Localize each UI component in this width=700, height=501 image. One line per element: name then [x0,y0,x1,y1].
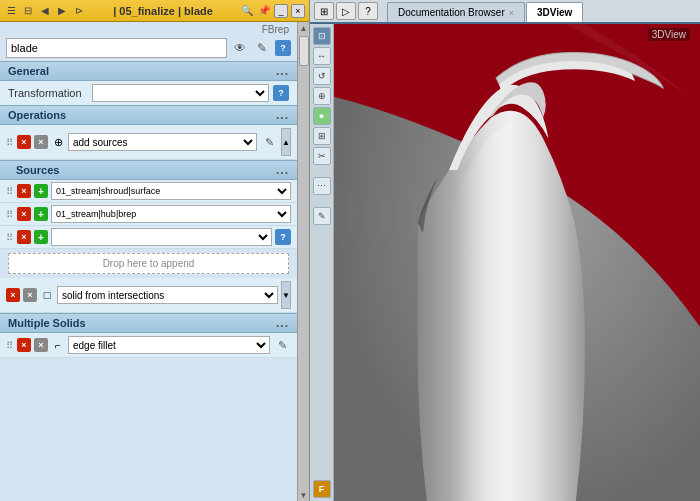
main-area: ⊞ ▷ ? Documentation Browser × 3DView ⊡ ↔… [310,0,700,501]
remove-source1-button[interactable]: × [17,184,31,198]
view3d-tab-label: 3DView [537,7,572,18]
drag-handle-s1[interactable]: ⠿ [6,186,14,197]
view-select-button[interactable]: ⊡ [313,27,331,45]
drop-zone-text: Drop here to append [103,258,195,269]
general-label: General [8,65,49,77]
view-snap-button[interactable]: ⊞ [313,127,331,145]
toggle-bottom-op-button[interactable]: × [34,338,48,352]
add-source1-button[interactable]: + [34,184,48,198]
close-button[interactable]: × [291,4,305,18]
help-icon[interactable]: ? [275,40,291,56]
drag-handle-1[interactable]: ⠿ [6,137,14,148]
name-input[interactable] [6,38,227,58]
view-extra2-button[interactable]: ✎ [313,207,331,225]
multiple-solids-label: Multiple Solids [8,317,86,329]
window-title: | 05_finalize | blade [89,5,237,17]
op2-scroll[interactable]: ▼ [281,281,291,309]
tab-toolbar: ⊞ ▷ ? [314,2,378,22]
left-panel: ☰ ⊟ ◀ ▶ ⊳ | 05_finalize | blade 🔍 📌 _ × … [0,0,310,501]
doc-browser-tab-close[interactable]: × [509,8,514,18]
edit-op1-button[interactable]: ✎ [260,133,278,151]
transformation-help-icon[interactable]: ? [273,85,289,101]
pencil-icon[interactable]: ✎ [253,39,271,57]
forward-icon[interactable]: ▶ [55,4,69,18]
bottom-op-row: ⠿ × × ⌐ edge fillet ✎ [0,333,297,358]
view-extra1-button[interactable]: ⋯ [313,177,331,195]
fbrep-row: FBrep [0,22,297,35]
operations-section-header: Operations ... [0,105,297,125]
add-source3-button[interactable]: + [34,230,48,244]
general-section-header: General ... [0,61,297,81]
toggle-op2-button[interactable]: × [23,288,37,302]
remove-bottom-op-button[interactable]: × [17,338,31,352]
toggle-op1-button[interactable]: × [34,135,48,149]
grid-toolbar-button[interactable]: ⊞ [314,2,334,20]
scroll-down-arrow[interactable]: ▼ [299,489,309,501]
sources-section-header: Sources ... [0,160,297,180]
scrollbar-thumb[interactable] [299,36,309,66]
pin-icon[interactable]: 📌 [257,4,271,18]
scroll-up-arrow[interactable]: ▲ [299,22,309,34]
source-row-2: ⠿ × + 01_stream|hub|brep [0,203,297,226]
list-icon[interactable]: ⊟ [21,4,35,18]
source-row-1: ⠿ × + 01_stream|shroud|surface [0,180,297,203]
drag-handle-s3[interactable]: ⠿ [6,232,14,243]
sources-label: Sources [16,164,59,176]
bottom-op-icon: ⌐ [51,338,65,352]
transformation-row: Transformation ? [0,81,297,105]
view-move-button[interactable]: ↔ [313,47,331,65]
view-green-button[interactable]: ● [313,107,331,125]
transformation-label: Transformation [8,87,88,99]
render-area: 3DView [334,24,700,501]
doc-browser-tab-label: Documentation Browser [398,7,505,18]
remove-source3-button[interactable]: × [17,230,31,244]
op2-icon: □ [40,288,54,302]
eye-icon[interactable]: 👁 [231,39,249,57]
view-toolbar: ⊡ ↔ ↺ ⊕ ● ⊞ ✂ ⋯ ✎ F [310,24,334,501]
remove-op1-button[interactable]: × [17,135,31,149]
edit-bottom-op-button[interactable]: ✎ [273,336,291,354]
op-row-solid: × × □ solid from intersections ▼ [0,278,297,313]
source-row-3: ⠿ × + ? [0,226,297,249]
remove-source2-button[interactable]: × [17,207,31,221]
back-icon[interactable]: ◀ [38,4,52,18]
source1-select[interactable]: 01_stream|shroud|surface [51,182,291,200]
drag-handle-bottom[interactable]: ⠿ [6,340,14,351]
tab-documentation-browser[interactable]: Documentation Browser × [387,2,525,22]
camera-toolbar-button[interactable]: ▷ [336,2,356,20]
drag-handle-s2[interactable]: ⠿ [6,209,14,220]
op1-icon: ⊕ [51,135,65,149]
fbrep-label: FBrep [262,24,289,35]
drop-zone[interactable]: Drop here to append [8,253,289,274]
transformation-select[interactable] [92,84,269,102]
view-zoom-button[interactable]: ⊕ [313,87,331,105]
add-source2-button[interactable]: + [34,207,48,221]
remove-op2-button[interactable]: × [6,288,20,302]
title-bar: ☰ ⊟ ◀ ▶ ⊳ | 05_finalize | blade 🔍 📌 _ × [0,0,309,22]
op2-select[interactable]: solid from intersections [57,286,278,304]
search-icon[interactable]: 🔍 [240,4,254,18]
multiple-solids-dots[interactable]: ... [276,316,289,330]
bottom-op-select[interactable]: edge fillet [68,336,270,354]
operations-dots[interactable]: ... [276,108,289,122]
menu-icon[interactable]: ☰ [4,4,18,18]
general-dots[interactable]: ... [276,64,289,78]
view-f-button[interactable]: F [313,480,331,498]
view3d-label: 3DView [648,28,690,41]
tab-3dview[interactable]: 3DView [526,2,583,22]
view-cut-button[interactable]: ✂ [313,147,331,165]
source2-select[interactable]: 01_stream|hub|brep [51,205,291,223]
minimize-button[interactable]: _ [274,4,288,18]
help-toolbar-button[interactable]: ? [358,2,378,20]
multiple-solids-section-header: Multiple Solids ... [0,313,297,333]
op1-select[interactable]: add sources [68,133,257,151]
operations-label: Operations [8,109,66,121]
sources-dots[interactable]: ... [276,163,289,177]
home-icon[interactable]: ⊳ [72,4,86,18]
source3-select[interactable] [51,228,272,246]
source3-help-icon[interactable]: ? [275,229,291,245]
op1-scroll[interactable]: ▲ [281,128,291,156]
view-rotate-button[interactable]: ↺ [313,67,331,85]
panel-scrollbar[interactable]: ▲ ▼ [297,22,309,501]
3d-scene [334,24,700,501]
